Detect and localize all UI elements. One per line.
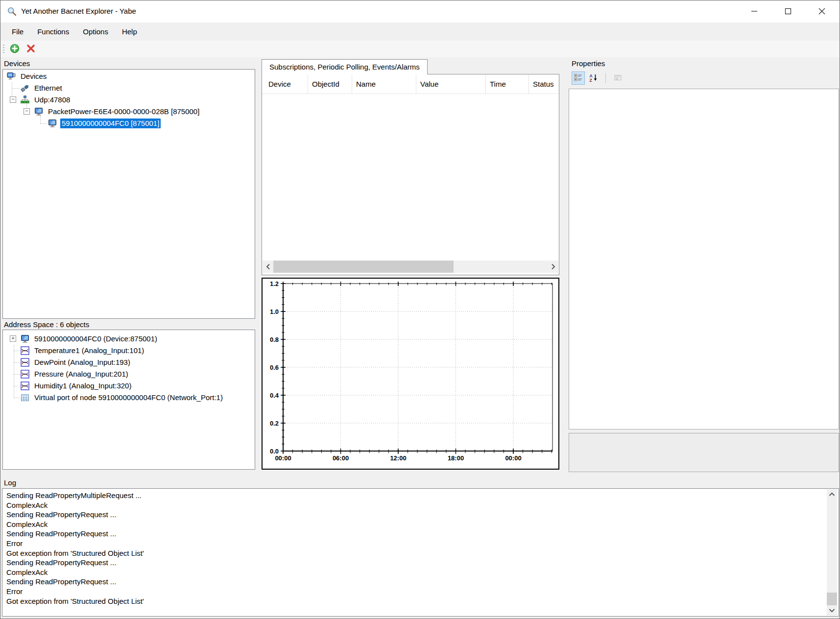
column-header-device[interactable]: Device [262, 74, 308, 94]
menu-file[interactable]: File [5, 23, 30, 41]
svg-text:00:00: 00:00 [275, 454, 291, 462]
tree-item-label: 5910000000004FC0 [875001] [60, 119, 161, 128]
column-header-name[interactable]: Name [352, 74, 416, 94]
alphabetical-sort-button[interactable]: AZ [587, 71, 600, 85]
log-line: Got exception from 'Structured Object Li… [6, 548, 824, 558]
log-line: Sending ReadPropertyRequest ... [6, 529, 824, 539]
svg-text:12:00: 12:00 [390, 454, 406, 462]
remove-device-button[interactable] [25, 43, 37, 55]
scroll-down-icon[interactable] [827, 605, 837, 616]
svg-text:1.0: 1.0 [270, 308, 279, 315]
minimize-button[interactable] [739, 0, 769, 22]
categorized-button[interactable] [572, 71, 585, 85]
window-title: Yet Another Bacnet Explorer - Yabe [21, 0, 136, 22]
log-line: Error [6, 587, 824, 596]
tree-item-label: Pressure (Analog_Input:201) [33, 369, 130, 379]
analog-icon [21, 370, 29, 379]
address-space-tree: +5910000000004FC0 (Device:875001)Tempera… [2, 330, 255, 470]
categorized-icon [574, 76, 582, 83]
collapse-icon[interactable]: − [24, 108, 30, 115]
tree-item-label: DewPoint (Analog_Input:193) [33, 357, 132, 367]
table-header: DeviceObjectIdNameValueTimeStatus [262, 74, 559, 94]
tree-item[interactable]: −PacketPower-E6E4-0000-0000-028B [875000… [3, 106, 255, 118]
tree-item[interactable]: Humidity1 (Analog_Input:320) [3, 380, 255, 392]
collapse-icon[interactable]: − [10, 96, 16, 103]
log-lines: Sending ReadPropertyMultipleRequest ...C… [6, 491, 824, 606]
svg-text:0.8: 0.8 [270, 336, 279, 343]
tree-item[interactable]: +5910000000004FC0 (Device:875001) [3, 333, 255, 345]
tree-item[interactable]: 5910000000004FC0 [875001] [3, 118, 255, 129]
tree-item[interactable]: Virtual port of node 5910000000004FC0 (N… [3, 392, 255, 404]
property-pages-button [611, 71, 624, 85]
column-header-time[interactable]: Time [486, 74, 529, 94]
device-icon [48, 119, 57, 128]
menu-functions[interactable]: Functions [30, 23, 76, 41]
log-line: Sending ReadPropertyRequest ... [6, 510, 824, 520]
log-line: Sending ReadPropertyRequest ... [6, 558, 824, 568]
properties-grid[interactable] [569, 89, 839, 429]
tree-item-label: Devices [19, 71, 48, 81]
device-icon [34, 107, 43, 116]
log-scrollbar[interactable] [827, 489, 837, 616]
magnifier-icon [7, 6, 17, 16]
log-panel-label: Log [4, 478, 16, 487]
log-line: Got exception from 'Structured Object Li… [6, 596, 824, 606]
scroll-up-icon[interactable] [827, 489, 837, 500]
green-plus-icon [10, 48, 20, 55]
devices-tree: DevicesEthernet−Udp:47808−PacketPower-E6… [2, 69, 255, 319]
devices-panel-label: Devices [4, 59, 30, 68]
tree-item-label: Ethernet [33, 83, 64, 93]
tab-label: Subscriptions, Periodic Polling, Events/… [269, 63, 420, 71]
maximize-button[interactable] [773, 0, 803, 22]
log-panel: Sending ReadPropertyMultipleRequest ...C… [2, 488, 839, 617]
properties-panel-label: Properties [572, 59, 605, 68]
column-header-value[interactable]: Value [416, 74, 486, 94]
log-line: Error [6, 539, 824, 548]
svg-text:1.2: 1.2 [270, 280, 279, 287]
log-line: Sending ReadPropertyMultipleRequest ... [6, 491, 824, 500]
scrollbar-thumb[interactable] [273, 261, 454, 273]
main-toolbar [0, 41, 840, 57]
menu-options[interactable]: Options [76, 23, 115, 41]
titlebar: Yet Another Bacnet Explorer - Yabe [0, 0, 840, 23]
svg-text:0.2: 0.2 [270, 420, 279, 427]
svg-text:00:00: 00:00 [505, 454, 521, 462]
tree-item-label: 5910000000004FC0 (Device:875001) [33, 334, 159, 344]
tree-item[interactable]: DewPoint (Analog_Input:193) [3, 357, 255, 368]
tree-item-label: Humidity1 (Analog_Input:320) [33, 381, 133, 391]
scrollbar-thumb[interactable] [827, 593, 837, 605]
tree-item[interactable]: Ethernet [3, 82, 255, 94]
add-device-button[interactable] [9, 43, 21, 55]
ethernet-icon [21, 84, 29, 93]
expand-icon[interactable]: + [10, 335, 16, 342]
column-header-objectid[interactable]: ObjectId [308, 74, 352, 94]
tree-item[interactable]: Devices [3, 71, 255, 82]
tree-item[interactable]: −Udp:47808 [3, 94, 255, 106]
svg-text:0.4: 0.4 [270, 392, 279, 399]
tab-subscriptions[interactable]: Subscriptions, Periodic Polling, Events/… [262, 59, 428, 74]
tree-item-label: Virtual port of node 5910000000004FC0 (N… [33, 393, 224, 403]
app-window: Yet Another Bacnet Explorer - Yabe File … [0, 0, 840, 619]
subscriptions-table: DeviceObjectIdNameValueTimeStatus [262, 74, 559, 275]
devices-icon [7, 72, 16, 81]
trend-chart: 0.00.20.40.60.81.01.200:0006:0012:0018:0… [262, 278, 559, 470]
log-line: Sending ReadPropertyRequest ... [6, 577, 824, 587]
address-space-label: Address Space : 6 objects [4, 320, 89, 329]
svg-text:06:00: 06:00 [333, 454, 349, 462]
scroll-left-icon[interactable] [263, 261, 273, 273]
scroll-right-icon[interactable] [548, 261, 558, 273]
close-button[interactable] [807, 0, 837, 22]
log-line: ComplexAck [6, 568, 824, 577]
log-line: ComplexAck [6, 500, 824, 510]
tree-item[interactable]: Temperature1 (Analog_Input:101) [3, 345, 255, 357]
tree-item-label: PacketPower-E6E4-0000-0000-028B [875000] [47, 107, 201, 117]
tree-item-label: Temperature1 (Analog_Input:101) [33, 346, 145, 356]
netport-icon [21, 393, 29, 402]
chart-svg: 0.00.20.40.60.81.01.200:0006:0012:0018:0… [263, 279, 558, 469]
property-pages-icon [614, 76, 622, 83]
horizontal-scrollbar[interactable] [263, 261, 558, 273]
tree-item[interactable]: Pressure (Analog_Input:201) [3, 368, 255, 380]
menu-help[interactable]: Help [115, 23, 144, 41]
column-header-status[interactable]: Status [529, 74, 559, 94]
log-line: ComplexAck [6, 520, 824, 529]
